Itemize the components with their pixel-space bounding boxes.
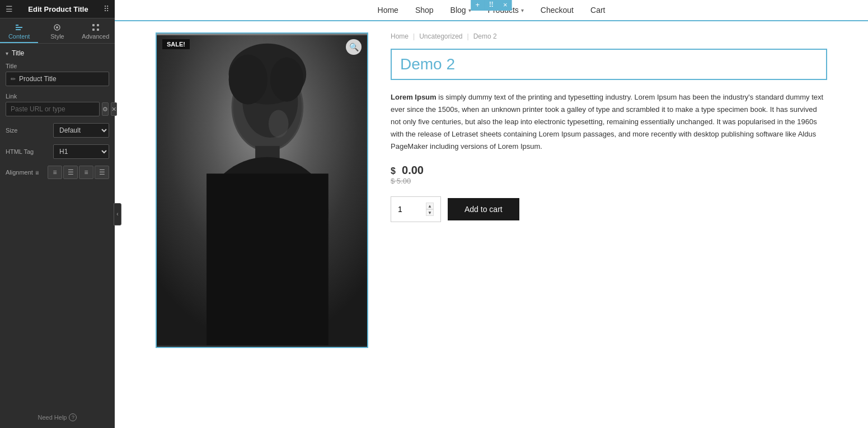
old-price-value: 5.00	[397, 177, 411, 185]
quantity-spinners: ▲ ▼	[426, 203, 434, 216]
quantity-input[interactable]	[398, 205, 426, 214]
product-image-wrapper: SALE! 🔍	[156, 32, 368, 348]
align-left-btn[interactable]: ≡	[48, 166, 62, 179]
main-area: Home Shop Blog ▾ Products ▾ Checkout Car…	[115, 0, 868, 428]
tab-style[interactable]: Style	[38, 18, 76, 43]
title-field-group: Title ✏	[6, 63, 109, 86]
old-currency: $	[391, 177, 395, 185]
quantity-field: ▲ ▼	[391, 196, 441, 222]
need-help[interactable]: Need Help ?	[0, 407, 115, 428]
price-value: 0.00	[402, 164, 424, 176]
size-select[interactable]: Default Small Medium Large	[53, 123, 109, 138]
link-label: Link	[6, 93, 109, 100]
title-section: Title Title ✏ Link ⚙ ✕ Size Default Smal…	[0, 44, 115, 191]
toolbar-add-btn[interactable]: +	[471, 0, 484, 11]
product-description: Lorem Ipsum is simply dummy text of the …	[391, 91, 827, 153]
breadcrumb-category[interactable]: Uncategorized	[419, 32, 462, 40]
link-settings-icon[interactable]: ⚙	[102, 102, 109, 116]
link-field-row: ⚙ ✕	[6, 102, 109, 116]
panel-header: ☰ Edit Product Title ⠿	[0, 0, 115, 18]
help-icon: ?	[69, 413, 77, 421]
breadcrumb-home[interactable]: Home	[391, 32, 409, 40]
svg-rect-1	[16, 27, 22, 28]
edit-icon: ✏	[11, 76, 16, 83]
zoom-icon[interactable]: 🔍	[346, 39, 362, 55]
link-remove-icon[interactable]: ✕	[111, 102, 117, 116]
svg-rect-2	[16, 29, 21, 30]
panel-title: Edit Product Title	[28, 5, 88, 13]
alignment-label: Alignment 🖥	[6, 169, 44, 176]
svg-rect-5	[92, 24, 95, 26]
align-justify-btn[interactable]: ☰	[95, 166, 109, 179]
quantity-down-btn[interactable]: ▼	[426, 209, 434, 216]
toolbar-bar: + ⠿ ×	[471, 0, 512, 11]
left-panel: ☰ Edit Product Title ⠿ Content Style	[0, 0, 115, 428]
add-to-cart-row: ▲ ▼ Add to cart	[391, 196, 827, 222]
svg-point-19	[269, 110, 289, 138]
svg-rect-15	[207, 173, 329, 345]
breadcrumb: Home | Uncategorized | Demo 2	[391, 32, 827, 40]
product-info-col: Home | Uncategorized | Demo 2 Demo 2 Lor…	[391, 32, 827, 348]
svg-point-4	[56, 26, 58, 29]
breadcrumb-sep-1: |	[413, 32, 415, 40]
svg-rect-6	[97, 24, 99, 26]
size-label: Size	[6, 127, 50, 134]
add-to-cart-button[interactable]: Add to cart	[448, 198, 519, 220]
hamburger-icon[interactable]: ☰	[6, 4, 13, 13]
svg-point-18	[270, 58, 303, 102]
price-section: $ 0.00 $ 5.00	[391, 164, 827, 185]
html-tag-label: HTML Tag	[6, 148, 50, 155]
tab-content[interactable]: Content	[0, 18, 38, 43]
size-row: Size Default Small Medium Large	[6, 123, 109, 138]
svg-point-17	[229, 55, 268, 105]
product-image-svg	[157, 34, 367, 347]
svg-rect-8	[97, 29, 99, 31]
collapse-panel-btn[interactable]: ‹	[114, 203, 121, 225]
svg-rect-7	[92, 29, 95, 31]
product-title-box: Demo 2	[391, 49, 827, 80]
align-center-btn[interactable]: ☰	[63, 166, 78, 179]
toolbar-grid-btn[interactable]: ⠿	[484, 0, 499, 11]
alignment-field-group: Alignment 🖥 ≡ ☰ ≡ ☰	[6, 166, 109, 179]
title-label: Title	[6, 63, 109, 69]
breadcrumb-current: Demo 2	[473, 32, 497, 40]
product-image-col: SALE! 🔍	[156, 32, 368, 348]
align-right-btn[interactable]: ≡	[79, 166, 93, 179]
nav-blog[interactable]: Blog ▾	[451, 6, 471, 15]
price-old: $ 5.00	[391, 177, 827, 185]
breadcrumb-sep-2: |	[467, 32, 469, 40]
alignment-row: Alignment 🖥 ≡ ☰ ≡ ☰	[6, 166, 109, 179]
tab-advanced-label: Advanced	[82, 33, 109, 40]
html-tag-select[interactable]: H1 H2 H3 H4 H5 H6 p span	[53, 144, 109, 159]
link-field-group: Link ⚙ ✕	[6, 93, 109, 116]
quantity-up-btn[interactable]: ▲	[426, 203, 434, 209]
alignment-buttons: ≡ ☰ ≡ ☰	[48, 166, 109, 179]
html-tag-row: HTML Tag H1 H2 H3 H4 H5 H6 p span	[6, 144, 109, 159]
title-input-wrapper: ✏	[6, 72, 109, 86]
nav-shop[interactable]: Shop	[415, 6, 434, 15]
page-content: SALE! 🔍	[115, 21, 868, 428]
product-image	[157, 34, 367, 347]
title-input[interactable]	[19, 75, 104, 83]
nav-home[interactable]: Home	[378, 6, 398, 15]
grid-icon[interactable]: ⠿	[104, 4, 109, 13]
nav-checkout[interactable]: Checkout	[541, 6, 574, 15]
toolbar-close-btn[interactable]: ×	[499, 0, 512, 11]
tab-advanced[interactable]: Advanced	[77, 18, 115, 43]
svg-rect-0	[16, 25, 18, 26]
link-input[interactable]	[6, 102, 100, 116]
product-title: Demo 2	[400, 55, 818, 73]
content-layout: SALE! 🔍	[156, 32, 827, 348]
nav-cart[interactable]: Cart	[590, 6, 605, 15]
price-current: $ 0.00	[391, 164, 827, 177]
panel-tabs: Content Style Advanced	[0, 18, 115, 44]
products-dropdown-arrow: ▾	[521, 7, 524, 13]
alignment-responsive-icon: 🖥	[35, 170, 40, 176]
tab-style-label: Style	[50, 33, 64, 40]
section-title-label[interactable]: Title	[6, 49, 109, 57]
size-field-group: Size Default Small Medium Large	[6, 123, 109, 138]
top-nav: Home Shop Blog ▾ Products ▾ Checkout Car…	[115, 0, 868, 21]
tab-content-label: Content	[8, 33, 30, 40]
html-tag-field-group: HTML Tag H1 H2 H3 H4 H5 H6 p span	[6, 144, 109, 159]
sale-badge: SALE!	[162, 39, 190, 49]
